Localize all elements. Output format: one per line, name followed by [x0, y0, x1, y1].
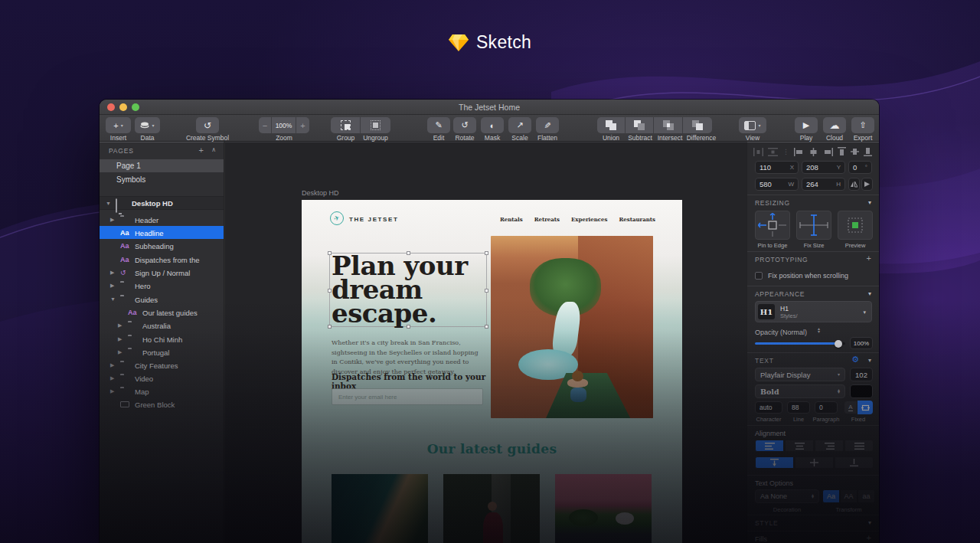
page-item-page1[interactable]: Page 1: [100, 159, 224, 172]
nav-retreats[interactable]: Retreats: [534, 216, 560, 223]
zoom-out-button[interactable]: −: [259, 117, 272, 133]
artboard-row[interactable]: ▼ Desktop HD: [100, 196, 224, 210]
add-prototype-icon[interactable]: +: [867, 254, 871, 263]
triangle-right-icon[interactable]: ▶: [118, 322, 122, 329]
font-size-field[interactable]: 102: [850, 368, 873, 381]
align-bottom-icon[interactable]: [864, 147, 872, 156]
play-button[interactable]: ▶: [795, 117, 818, 133]
page-item-symbols[interactable]: Symbols: [100, 173, 224, 186]
artboard-title[interactable]: Desktop HD: [302, 189, 339, 197]
create-symbol-button[interactable]: ↺: [196, 117, 219, 133]
add-fill-icon[interactable]: +: [867, 533, 871, 542]
opacity-value-field[interactable]: 100%: [850, 337, 873, 349]
transform-lowercase-button[interactable]: aa: [858, 489, 875, 503]
triangle-right-icon[interactable]: ▶: [110, 217, 114, 223]
triangle-right-icon[interactable]: ▶: [110, 283, 114, 289]
collapse-pages-icon[interactable]: ∧: [211, 146, 216, 153]
x-field[interactable]: 110X: [755, 161, 799, 174]
jetset-logo-icon[interactable]: ✈: [330, 211, 344, 225]
transform-none-button[interactable]: Aa: [822, 489, 840, 503]
guide-card-portugal[interactable]: [555, 474, 652, 543]
cloud-button[interactable]: ☁: [823, 117, 846, 133]
width-field[interactable]: 580W: [755, 178, 799, 191]
subtract-button[interactable]: [626, 117, 654, 133]
triangle-down-icon[interactable]: ▼: [110, 296, 116, 302]
artboard-desktop-hd[interactable]: ✈ THE JETSET Rentals Retreats Experience…: [302, 200, 682, 543]
selection-handle[interactable]: [485, 289, 488, 293]
nav-restaurants[interactable]: Restaurants: [619, 216, 655, 223]
flatten-button[interactable]: ✎: [536, 117, 559, 133]
data-button[interactable]: ▾: [135, 117, 160, 133]
auto-height-button[interactable]: A: [844, 401, 858, 414]
difference-button[interactable]: [683, 117, 712, 133]
layer-australia[interactable]: ▶ Australia: [100, 319, 224, 332]
mask-button[interactable]: ◐: [481, 117, 504, 133]
layer-hero[interactable]: ▶ Hero: [100, 279, 224, 292]
text-align-bottom-button[interactable]: [835, 456, 874, 469]
nav-experiences[interactable]: Experiences: [571, 216, 607, 223]
triangle-down-icon[interactable]: ▼: [106, 201, 111, 206]
site-body-text[interactable]: Whether it's a city break in San Francis…: [332, 339, 485, 377]
jetset-wordmark[interactable]: THE JETSET: [349, 216, 398, 223]
flip-vertical-button[interactable]: [861, 178, 873, 191]
chevron-down-icon[interactable]: ▾: [868, 357, 871, 364]
selection-handle[interactable]: [485, 251, 488, 255]
triangle-right-icon[interactable]: ▶: [118, 336, 122, 342]
decoration-select[interactable]: Aa None ▴▾: [755, 489, 819, 503]
fix-size-option[interactable]: [796, 211, 831, 240]
gear-icon[interactable]: ⚙: [851, 355, 859, 365]
ungroup-button[interactable]: [361, 117, 390, 133]
edit-button[interactable]: ✎: [427, 117, 450, 133]
layer-subheading[interactable]: Aa Subheading: [100, 239, 224, 252]
canvas[interactable]: Desktop HD ✈ THE JETSET Rentals Retreats…: [225, 142, 746, 543]
union-button[interactable]: [597, 117, 626, 133]
distribute-vertical-icon[interactable]: [768, 148, 778, 156]
text-style-picker[interactable]: H1 H1 Styles/ ▾: [755, 301, 872, 322]
align-top-icon[interactable]: [838, 147, 846, 156]
selection-handle[interactable]: [485, 325, 488, 329]
layer-header[interactable]: ▶ Header: [100, 213, 224, 226]
align-right-icon[interactable]: [823, 148, 833, 156]
email-input[interactable]: Enter your email here: [332, 388, 483, 405]
align-center-h-icon[interactable]: [808, 148, 818, 156]
height-field[interactable]: 264H: [802, 178, 845, 191]
chevron-down-icon[interactable]: ▾: [868, 290, 871, 297]
paragraph-spacing-field[interactable]: 0: [815, 401, 838, 414]
intersect-button[interactable]: [654, 117, 683, 133]
triangle-right-icon[interactable]: ▶: [110, 388, 114, 394]
text-align-right-button[interactable]: [815, 440, 844, 452]
layer-ho-chi-minh[interactable]: ▶ Ho Chi Minh: [100, 332, 224, 345]
text-align-justify-button[interactable]: [844, 440, 874, 452]
align-middle-v-icon[interactable]: [851, 147, 859, 156]
zoom-in-button[interactable]: +: [296, 117, 309, 133]
transform-uppercase-button[interactable]: AA: [840, 489, 858, 503]
line-spacing-field[interactable]: 88: [787, 401, 810, 414]
triangle-right-icon[interactable]: ▶: [110, 362, 114, 368]
font-family-select[interactable]: Playfair Display ▾: [755, 368, 845, 381]
insert-button[interactable]: + ▾: [106, 117, 131, 133]
view-button[interactable]: ▾: [739, 117, 766, 133]
opacity-stepper[interactable]: ▴▾: [818, 327, 820, 333]
text-align-left-button[interactable]: [755, 440, 784, 452]
flip-horizontal-button[interactable]: [848, 178, 860, 191]
triangle-right-icon[interactable]: ▶: [110, 375, 114, 381]
align-left-icon[interactable]: [794, 148, 804, 156]
layer-headline-selected[interactable]: Aa Headline: [100, 226, 224, 239]
pin-to-edge-option[interactable]: [755, 211, 790, 240]
site-headline[interactable]: Plan your dream escape.: [332, 254, 481, 325]
chevron-down-icon[interactable]: ▾: [868, 199, 871, 206]
text-align-top-button[interactable]: [755, 456, 794, 469]
group-button[interactable]: [331, 117, 361, 133]
layer-city-features[interactable]: ▶ City Features: [100, 358, 224, 371]
scale-button[interactable]: ↗: [508, 117, 531, 133]
character-spacing-field[interactable]: auto: [755, 401, 782, 414]
guide-card-ho-chi-minh[interactable]: [443, 474, 540, 543]
nav-rentals[interactable]: Rentals: [500, 216, 523, 223]
layer-dispatches[interactable]: Aa Dispatches from the: [100, 253, 224, 266]
layer-signup[interactable]: ▶ ↺ Sign Up / Normal: [100, 266, 224, 279]
guide-card-australia[interactable]: [332, 474, 428, 543]
rotation-field[interactable]: 0°: [848, 161, 872, 174]
opacity-slider-thumb[interactable]: [835, 340, 842, 348]
text-align-middle-button[interactable]: [795, 456, 834, 469]
distribute-horizontal-icon[interactable]: [753, 148, 763, 156]
